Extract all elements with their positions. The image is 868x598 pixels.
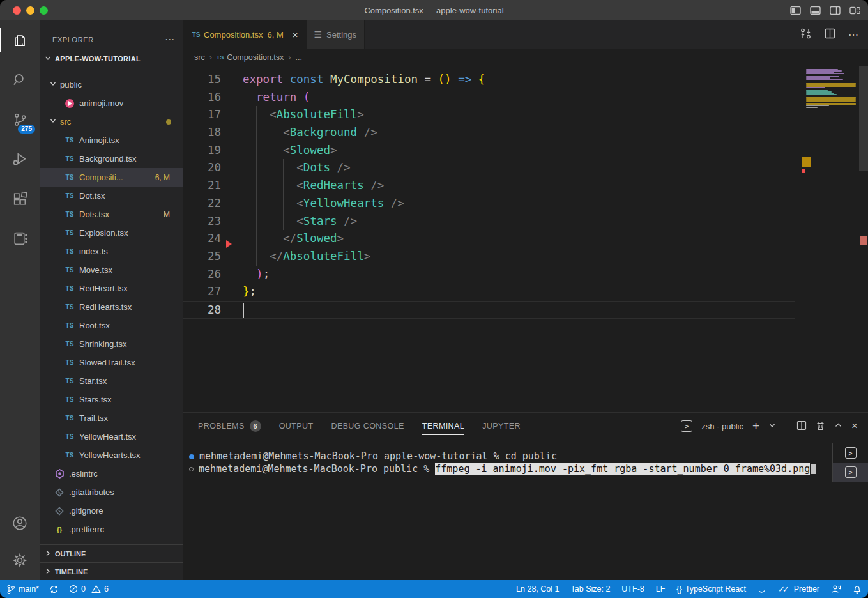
breadcrumb[interactable]: src › TS Composition.tsx › ... bbox=[183, 49, 868, 66]
code-line-25[interactable]: 25 </AbsoluteFill> bbox=[183, 248, 795, 266]
scrollbar-thumb[interactable] bbox=[859, 66, 868, 171]
minimize-window-button[interactable] bbox=[26, 6, 34, 15]
terminal-line[interactable]: mehmetademi@Mehmets-MacBook-Pro apple-wo… bbox=[189, 450, 832, 463]
tree-item[interactable]: .gitignore bbox=[40, 502, 183, 520]
tree-item[interactable]: TSShrinking.tsx bbox=[40, 335, 183, 353]
tree-item[interactable]: TSindex.ts bbox=[40, 242, 183, 261]
editor-tab-Settings[interactable]: ☰Settings bbox=[307, 20, 365, 49]
tree-item[interactable]: TSTrail.tsx bbox=[40, 409, 183, 427]
panel-tab-JUPYTER[interactable]: JUPYTER bbox=[482, 413, 521, 440]
terminal-tab-item[interactable]: > bbox=[833, 463, 868, 482]
toggle-secondary-sidebar-icon[interactable] bbox=[830, 6, 841, 15]
kill-terminal-icon[interactable] bbox=[816, 420, 825, 433]
tree-item[interactable]: TSCompositi...6, M bbox=[40, 168, 183, 187]
tree-item[interactable]: TSSlowedTrail.tsx bbox=[40, 353, 183, 372]
tree-folder-public[interactable]: public bbox=[40, 75, 183, 94]
tree-item[interactable]: TSRedHeart.tsx bbox=[40, 279, 183, 298]
tree-item[interactable]: {}.prettierrc bbox=[40, 520, 183, 539]
code-line-20[interactable]: 20 <Dots /> bbox=[183, 159, 795, 177]
feedback-icon[interactable] bbox=[831, 585, 841, 594]
tree-item[interactable]: TSMove.tsx bbox=[40, 261, 183, 279]
code-line-26[interactable]: 26 ); bbox=[183, 266, 795, 284]
tree-folder-src[interactable]: src bbox=[40, 112, 183, 131]
terminal-tab-item[interactable]: > bbox=[833, 443, 868, 463]
tree-item[interactable]: TSAnimoji.tsx bbox=[40, 131, 183, 150]
code-line-19[interactable]: 19 <Slowed> bbox=[183, 142, 795, 160]
workspace-root-folder[interactable]: APPLE-WOW-TUTORIAL bbox=[40, 50, 183, 68]
outline-section[interactable]: OUTLINE bbox=[40, 544, 183, 562]
tree-item[interactable]: TSDots.tsxM bbox=[40, 205, 183, 224]
search-icon[interactable] bbox=[0, 60, 40, 100]
split-terminal-icon[interactable] bbox=[796, 420, 807, 433]
problems-item[interactable]: 0 6 bbox=[69, 585, 109, 594]
breadcrumb-symbol[interactable]: ... bbox=[295, 53, 301, 62]
tree-item[interactable]: TSStar.tsx bbox=[40, 372, 183, 390]
tree-item[interactable]: TSStars.tsx bbox=[40, 390, 183, 409]
editor-tab-Composition.tsx[interactable]: TSComposition.tsx6, M× bbox=[183, 20, 307, 49]
terminal-dropdown-icon[interactable] bbox=[768, 422, 776, 431]
breadcrumb-file[interactable]: Composition.tsx bbox=[227, 53, 284, 62]
tree-item[interactable]: .gitattributes bbox=[40, 483, 183, 502]
close-window-button[interactable] bbox=[13, 6, 21, 15]
tree-item[interactable]: TSYellowHeart.tsx bbox=[40, 427, 183, 446]
terminal-line[interactable]: mehmetademi@Mehmets-MacBook-Pro public %… bbox=[189, 463, 832, 476]
indentation-item[interactable]: Tab Size: 2 bbox=[571, 585, 611, 594]
explorer-icon[interactable] bbox=[0, 20, 40, 60]
code-line-17[interactable]: 17 <AbsoluteFill> bbox=[183, 106, 795, 124]
panel-tab-TERMINAL[interactable]: TERMINAL bbox=[422, 413, 464, 440]
toggle-sidebar-icon[interactable] bbox=[790, 6, 801, 15]
new-terminal-icon[interactable]: + bbox=[752, 419, 759, 433]
toggle-panel-icon[interactable] bbox=[810, 6, 821, 15]
panel-tab-OUTPUT[interactable]: OUTPUT bbox=[279, 413, 314, 440]
code-line-23[interactable]: 23 <Stars /> bbox=[183, 213, 795, 231]
tree-item[interactable]: {}package-lock.json bbox=[40, 539, 183, 544]
eol-item[interactable]: LF bbox=[656, 585, 666, 594]
account-icon[interactable] bbox=[0, 505, 40, 542]
customize-layout-icon[interactable] bbox=[849, 6, 860, 15]
code-line-16[interactable]: 16 return ( bbox=[183, 89, 795, 107]
split-editor-icon[interactable] bbox=[825, 28, 835, 42]
cursor-position-item[interactable]: Ln 28, Col 1 bbox=[516, 585, 559, 594]
close-panel-icon[interactable]: × bbox=[851, 420, 858, 433]
code-editor[interactable]: 15export const MyComposition = () => {16… bbox=[183, 66, 868, 412]
settings-icon[interactable] bbox=[0, 542, 40, 579]
code-line-15[interactable]: 15export const MyComposition = () => { bbox=[183, 71, 795, 89]
tree-item[interactable]: .eslintrc bbox=[40, 464, 183, 483]
tree-item[interactable]: TSExplosion.tsx bbox=[40, 224, 183, 242]
timeline-section[interactable]: TIMELINE bbox=[40, 562, 183, 580]
tree-item[interactable]: TSYellowHearts.tsx bbox=[40, 446, 183, 464]
tree-item[interactable]: animoji.mov bbox=[40, 94, 183, 112]
run-debug-icon[interactable] bbox=[0, 139, 40, 179]
code-line-27[interactable]: 27}; bbox=[183, 283, 795, 301]
code-line-28[interactable]: 28 bbox=[183, 301, 795, 319]
panel-tab-PROBLEMS[interactable]: PROBLEMS6 bbox=[198, 413, 261, 440]
more-actions-icon[interactable]: ⋯ bbox=[848, 29, 859, 41]
explorer-actions-icon[interactable]: ⋯ bbox=[165, 34, 175, 45]
breadcrumb-folder[interactable]: src bbox=[194, 53, 205, 62]
code-line-18[interactable]: 18 <Background /> bbox=[183, 124, 795, 142]
minimap[interactable] bbox=[806, 69, 857, 108]
tree-item[interactable]: TSRoot.tsx bbox=[40, 316, 183, 335]
zoom-window-button[interactable] bbox=[40, 6, 48, 15]
close-tab-icon[interactable]: × bbox=[293, 29, 298, 40]
terminal-output[interactable]: mehmetademi@Mehmets-MacBook-Pro apple-wo… bbox=[183, 440, 832, 580]
maximize-panel-icon[interactable] bbox=[834, 421, 842, 431]
extensions-icon[interactable] bbox=[0, 179, 40, 218]
tree-item[interactable]: TSDot.tsx bbox=[40, 187, 183, 205]
code-line-22[interactable]: 22 <YellowHearts /> bbox=[183, 195, 795, 213]
editor-scrollbar[interactable] bbox=[859, 66, 868, 412]
language-mode-item[interactable]: {} TypeScript React bbox=[676, 585, 746, 594]
open-changes-icon[interactable] bbox=[800, 27, 812, 42]
source-control-icon[interactable]: 275 bbox=[0, 100, 40, 139]
notebook-icon[interactable] bbox=[0, 218, 40, 258]
notifications-bell-icon[interactable] bbox=[853, 585, 862, 594]
sync-changes-item[interactable] bbox=[49, 585, 59, 594]
terminal-title[interactable]: zsh - public bbox=[701, 422, 743, 431]
panel-tab-DEBUG CONSOLE[interactable]: DEBUG CONSOLE bbox=[331, 413, 404, 440]
formatter-item[interactable]: Prettier bbox=[778, 585, 819, 594]
code-line-24[interactable]: 24 </Slowed> bbox=[183, 230, 795, 248]
tree-item[interactable]: TSRedHearts.tsx bbox=[40, 298, 183, 316]
code-line-21[interactable]: 21 <RedHearts /> bbox=[183, 177, 795, 195]
tree-item[interactable]: TSBackground.tsx bbox=[40, 150, 183, 168]
git-branch-item[interactable]: main* bbox=[6, 585, 39, 594]
